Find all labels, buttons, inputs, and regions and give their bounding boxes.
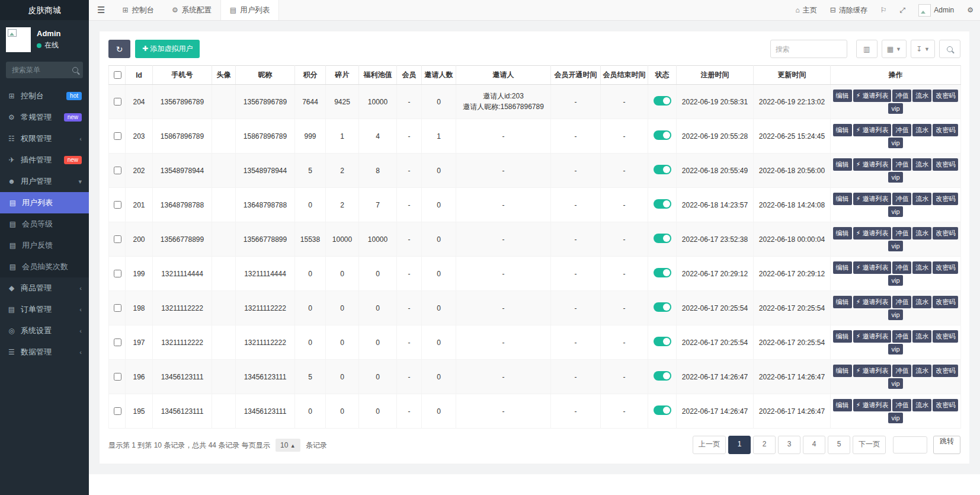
recharge-button[interactable]: 冲值: [892, 227, 911, 239]
edit-button[interactable]: 编辑: [833, 296, 852, 308]
sidebar-item-general[interactable]: ⚙常规管理new: [0, 107, 89, 128]
flow-button[interactable]: 流水: [912, 124, 931, 136]
row-checkbox[interactable]: [114, 407, 121, 415]
change-password-button[interactable]: 改密码: [933, 227, 958, 239]
row-checkbox[interactable]: [114, 167, 121, 174]
status-toggle[interactable]: [654, 268, 671, 277]
vip-button[interactable]: vip: [888, 309, 902, 320]
invite-list-button[interactable]: ⚡ 邀请列表: [853, 296, 892, 308]
invite-list-button[interactable]: ⚡ 邀请列表: [853, 124, 892, 136]
status-toggle[interactable]: [654, 371, 671, 381]
user-menu[interactable]: Admin: [912, 0, 960, 20]
sidebar-item-products[interactable]: ◆商品管理‹: [0, 277, 89, 299]
home-link[interactable]: ⌂ 主页: [789, 0, 824, 20]
search-toggle-button[interactable]: [939, 40, 960, 58]
page-button-4[interactable]: 4: [803, 436, 825, 454]
sidebar-item-orders[interactable]: ▤订单管理‹: [0, 299, 89, 320]
vip-button[interactable]: vip: [888, 344, 902, 355]
vip-button[interactable]: vip: [888, 241, 902, 251]
settings-button[interactable]: ⚙: [960, 0, 980, 20]
select-all-checkbox[interactable]: [114, 71, 121, 79]
invite-list-button[interactable]: ⚡ 邀请列表: [853, 227, 892, 239]
flow-button[interactable]: 流水: [912, 296, 931, 308]
flow-button[interactable]: 流水: [912, 399, 931, 411]
vip-button[interactable]: vip: [888, 378, 902, 389]
vip-button[interactable]: vip: [888, 103, 902, 114]
sidebar-item-plugins[interactable]: ✈插件管理new: [0, 149, 89, 171]
tab-system-config[interactable]: ⚙系统配置: [163, 0, 220, 20]
sidebar-item-users[interactable]: ☻用户管理▾: [0, 171, 89, 192]
flow-button[interactable]: 流水: [912, 330, 931, 343]
recharge-button[interactable]: 冲值: [892, 365, 911, 377]
sidebar-subitem-member-lottery-count[interactable]: ▤会员抽奖次数: [0, 256, 89, 277]
invite-list-button[interactable]: ⚡ 邀请列表: [853, 330, 892, 343]
jump-page-input[interactable]: [893, 436, 927, 454]
vip-button[interactable]: vip: [888, 138, 902, 148]
status-toggle[interactable]: [654, 337, 671, 346]
invite-list-button[interactable]: ⚡ 邀请列表: [853, 399, 892, 411]
status-toggle[interactable]: [654, 165, 671, 174]
change-password-button[interactable]: 改密码: [933, 261, 958, 274]
change-password-button[interactable]: 改密码: [933, 399, 958, 411]
invite-list-button[interactable]: ⚡ 邀请列表: [853, 365, 892, 377]
export-dropdown-button[interactable]: ↧▼: [911, 40, 935, 58]
recharge-button[interactable]: 冲值: [892, 399, 911, 411]
tab-user-list[interactable]: ▤用户列表: [220, 0, 279, 20]
status-toggle[interactable]: [654, 130, 671, 140]
edit-button[interactable]: 编辑: [833, 193, 852, 205]
menu-search[interactable]: [6, 62, 83, 78]
row-checkbox[interactable]: [114, 98, 121, 106]
flow-button[interactable]: 流水: [912, 90, 931, 102]
edit-button[interactable]: 编辑: [833, 90, 852, 102]
flow-button[interactable]: 流水: [912, 227, 931, 239]
edit-button[interactable]: 编辑: [833, 124, 852, 136]
change-password-button[interactable]: 改密码: [933, 124, 958, 136]
row-checkbox[interactable]: [114, 132, 121, 140]
invite-list-button[interactable]: ⚡ 邀请列表: [853, 90, 892, 102]
next-page-button[interactable]: 下一页: [853, 436, 886, 454]
invite-list-button[interactable]: ⚡ 邀请列表: [853, 261, 892, 274]
recharge-button[interactable]: 冲值: [892, 193, 911, 205]
flow-button[interactable]: 流水: [912, 365, 931, 377]
status-toggle[interactable]: [654, 405, 671, 415]
sidebar-item-system-settings[interactable]: ◎系统设置‹: [0, 320, 89, 341]
page-button-1[interactable]: 1: [728, 436, 751, 454]
invite-list-button[interactable]: ⚡ 邀请列表: [853, 158, 892, 171]
recharge-button[interactable]: 冲值: [892, 261, 911, 274]
flow-button[interactable]: 流水: [912, 193, 931, 205]
tab-console[interactable]: ⊞控制台: [113, 0, 163, 20]
edit-button[interactable]: 编辑: [833, 227, 852, 239]
vip-button[interactable]: vip: [888, 172, 902, 183]
page-button-2[interactable]: 2: [753, 436, 776, 454]
menu-search-input[interactable]: [11, 65, 72, 75]
recharge-button[interactable]: 冲值: [892, 330, 911, 343]
status-toggle[interactable]: [654, 199, 671, 209]
status-toggle[interactable]: [654, 96, 671, 106]
edit-button[interactable]: 编辑: [833, 261, 852, 274]
fullscreen-button[interactable]: ⤢: [893, 0, 912, 20]
page-size-select[interactable]: 10 ▲: [276, 439, 300, 452]
clear-cache-button[interactable]: ⊟ 清除缓存: [824, 0, 874, 20]
change-password-button[interactable]: 改密码: [933, 365, 958, 377]
row-checkbox[interactable]: [114, 235, 121, 243]
invite-list-button[interactable]: ⚡ 邀请列表: [853, 193, 892, 205]
menu-toggle-icon[interactable]: ☰: [89, 5, 113, 15]
recharge-button[interactable]: 冲值: [892, 296, 911, 308]
edit-button[interactable]: 编辑: [833, 365, 852, 377]
language-button[interactable]: ⚐: [874, 0, 893, 20]
add-virtual-user-button[interactable]: ✚ 添加虚拟用户: [135, 40, 200, 58]
row-checkbox[interactable]: [114, 304, 121, 312]
status-toggle[interactable]: [654, 302, 671, 312]
page-button-3[interactable]: 3: [778, 436, 800, 454]
vip-button[interactable]: vip: [888, 206, 902, 217]
vip-button[interactable]: vip: [888, 413, 902, 423]
change-password-button[interactable]: 改密码: [933, 330, 958, 343]
change-password-button[interactable]: 改密码: [933, 158, 958, 171]
vip-button[interactable]: vip: [888, 275, 902, 286]
row-checkbox[interactable]: [114, 338, 121, 346]
flow-button[interactable]: 流水: [912, 158, 931, 171]
sidebar-item-data[interactable]: ☰数据管理‹: [0, 341, 89, 363]
row-checkbox[interactable]: [114, 373, 121, 381]
refresh-button[interactable]: ↻: [108, 40, 130, 58]
edit-button[interactable]: 编辑: [833, 399, 852, 411]
